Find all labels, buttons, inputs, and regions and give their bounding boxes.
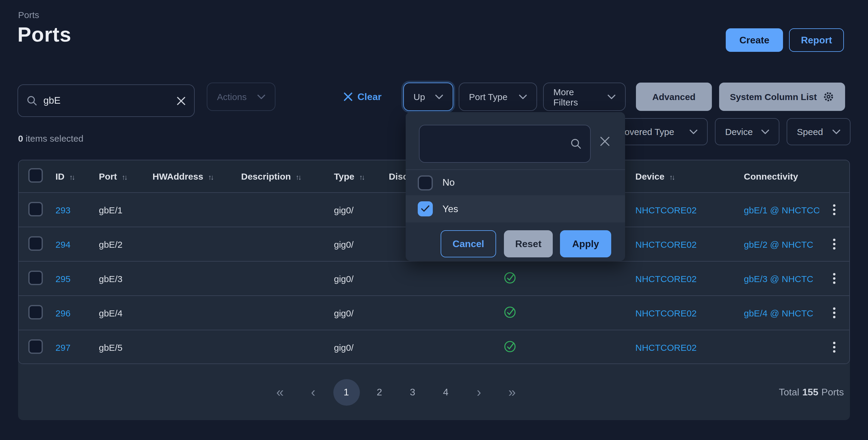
pagination-page-3[interactable]: 3: [396, 379, 429, 405]
search-input[interactable]: [43, 95, 170, 106]
type-cell: gig0/: [334, 205, 389, 215]
popup-search-input[interactable]: [428, 138, 570, 149]
cancel-button[interactable]: Cancel: [441, 230, 496, 257]
pagination-page-2[interactable]: 2: [363, 379, 396, 405]
more-filters-label: More Filters: [553, 87, 599, 107]
column-header-port[interactable]: Port↑↓: [99, 171, 153, 182]
sort-icon[interactable]: ↑↓: [296, 173, 301, 182]
selection-status: 0 items selected: [18, 133, 84, 144]
status-check-icon: [503, 344, 517, 355]
device-link[interactable]: NHCTCORE02: [635, 308, 696, 318]
actions-dropdown[interactable]: Actions: [207, 83, 276, 111]
select-all-checkbox[interactable]: [28, 168, 43, 183]
row-menu-kebab-icon[interactable]: [819, 236, 849, 252]
column-header-id[interactable]: ID↑↓: [56, 171, 99, 182]
chevron-down-icon: [257, 94, 265, 99]
search-clear-icon[interactable]: [177, 96, 186, 105]
more-filters-dropdown[interactable]: More Filters: [543, 83, 626, 111]
reset-button[interactable]: Reset: [504, 230, 553, 257]
device-link[interactable]: NHCTCORE02: [635, 342, 696, 352]
pagination-bar: « ‹ 1 2 3 4 › » Total155Ports: [18, 364, 850, 420]
chevron-down-icon: [608, 94, 615, 99]
type-cell: gig0/: [334, 239, 389, 249]
connectivity-link[interactable]: gbE/1 @ NHCTCO: [744, 205, 819, 215]
row-checkbox[interactable]: [28, 270, 43, 285]
row-menu-kebab-icon[interactable]: [819, 305, 849, 321]
sort-icon[interactable]: ↑↓: [69, 173, 74, 182]
pagination-page-1[interactable]: 1: [333, 379, 360, 405]
port-id-link[interactable]: 293: [56, 205, 70, 215]
connectivity-link[interactable]: gbE/2 @ NHCTC: [744, 239, 813, 249]
column-header-type[interactable]: Type↑↓: [334, 171, 389, 182]
port-cell: gbE/4: [99, 308, 153, 318]
advanced-button[interactable]: Advanced: [636, 83, 712, 111]
create-button[interactable]: Create: [726, 28, 783, 52]
chevron-down-icon: [435, 94, 443, 99]
clear-filters-button[interactable]: Clear: [344, 83, 381, 111]
sort-icon[interactable]: ↑↓: [208, 173, 213, 182]
sort-icon[interactable]: ↑↓: [359, 173, 364, 182]
filter-port-type-label: Port Type: [469, 92, 507, 102]
port-id-link[interactable]: 295: [56, 273, 70, 284]
filter-device-dropdown[interactable]: Device: [715, 118, 779, 145]
port-id-link[interactable]: 296: [56, 308, 70, 318]
device-link[interactable]: NHCTCORE02: [635, 273, 696, 284]
table-row[interactable]: 296 gbE/4 gig0/ NHCTCORE02 gbE/4 @ NHCTC: [19, 295, 849, 330]
filter-speed-label: Speed: [797, 127, 823, 137]
chevron-down-icon: [519, 94, 527, 99]
pagination-next-button[interactable]: ›: [462, 379, 495, 405]
pagination-page-4[interactable]: 4: [429, 379, 462, 405]
port-cell: gbE/1: [99, 205, 153, 215]
type-cell: gig0/: [334, 342, 389, 352]
option-label: Yes: [442, 203, 458, 214]
row-menu-kebab-icon[interactable]: [819, 202, 849, 218]
up-filter-popup: No Yes Cancel Reset Apply: [406, 112, 625, 261]
device-link[interactable]: NHCTCORE02: [635, 239, 696, 249]
chevron-down-icon: [689, 129, 698, 134]
popup-close-icon[interactable]: [600, 136, 610, 147]
row-menu-kebab-icon[interactable]: [819, 339, 849, 355]
row-menu-kebab-icon[interactable]: [819, 271, 849, 286]
table-row[interactable]: 295 gbE/3 gig0/ NHCTCORE02 gbE/3 @ NHCTC: [19, 261, 849, 295]
row-checkbox[interactable]: [28, 236, 43, 250]
option-label: No: [442, 177, 455, 188]
column-header-connectivity: Connectivity: [744, 171, 819, 182]
search-icon: [570, 138, 582, 150]
system-column-list-label: System Column List: [730, 92, 817, 102]
breadcrumb[interactable]: Ports: [18, 10, 39, 20]
sort-icon[interactable]: ↑↓: [122, 173, 127, 182]
search-box: [18, 84, 195, 117]
row-checkbox[interactable]: [28, 305, 43, 319]
type-cell: gig0/: [334, 273, 389, 284]
column-header-hwaddress[interactable]: HWAddress↑↓: [153, 171, 241, 182]
row-checkbox[interactable]: [28, 201, 43, 216]
chevron-down-icon: [832, 129, 840, 134]
report-button[interactable]: Report: [789, 28, 844, 52]
pagination-prev-button[interactable]: ‹: [297, 379, 330, 405]
filter-speed-dropdown[interactable]: Speed: [786, 118, 850, 145]
device-link[interactable]: NHCTCORE02: [635, 205, 696, 215]
port-id-link[interactable]: 294: [56, 239, 70, 249]
pagination-last-button[interactable]: »: [495, 379, 529, 405]
connectivity-link[interactable]: gbE/4 @ NHCTC: [744, 308, 813, 318]
column-header-device[interactable]: Device↑↓: [635, 171, 744, 182]
connectivity-link[interactable]: gbE/3 @ NHCTC: [744, 273, 813, 284]
checkbox-checked[interactable]: [418, 201, 433, 216]
chevron-down-icon: [761, 129, 769, 134]
popup-option-yes[interactable]: Yes: [406, 195, 625, 222]
row-checkbox[interactable]: [28, 339, 43, 353]
checkbox-unchecked[interactable]: [418, 175, 433, 190]
sort-icon[interactable]: ↑↓: [670, 173, 674, 182]
gear-icon: [823, 91, 834, 102]
table-row[interactable]: 297 gbE/5 gig0/ NHCTCORE02: [19, 330, 849, 364]
popup-option-no[interactable]: No: [406, 170, 625, 195]
ports-page: Ports Ports Create Report Actions Clear …: [0, 0, 868, 440]
filter-up-dropdown[interactable]: Up: [403, 83, 453, 111]
port-id-link[interactable]: 297: [56, 342, 70, 352]
column-header-description[interactable]: Description↑↓: [241, 171, 334, 182]
system-column-list-button[interactable]: System Column List: [719, 83, 845, 111]
filter-port-type-dropdown[interactable]: Port Type: [459, 83, 537, 111]
pagination-first-button[interactable]: «: [264, 379, 297, 405]
actions-label: Actions: [217, 92, 247, 102]
apply-button[interactable]: Apply: [560, 230, 611, 257]
